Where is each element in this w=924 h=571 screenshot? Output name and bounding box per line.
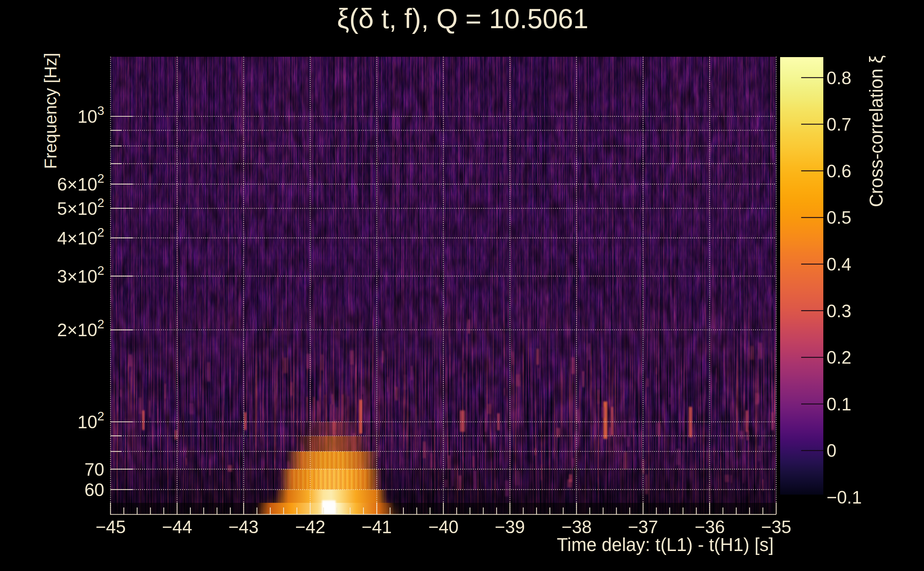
svg-text:Cross-correlation ξ: Cross-correlation ξ xyxy=(866,55,887,207)
svg-text:−42: −42 xyxy=(295,517,326,537)
svg-text:−41: −41 xyxy=(362,517,392,537)
svg-text:0.7: 0.7 xyxy=(827,114,851,134)
svg-text:0.4: 0.4 xyxy=(827,255,851,275)
svg-text:Frequency [Hz]: Frequency [Hz] xyxy=(41,53,60,169)
svg-text:4×102: 4×102 xyxy=(57,225,104,248)
svg-text:−40: −40 xyxy=(428,517,459,537)
svg-text:0.6: 0.6 xyxy=(827,161,851,181)
svg-text:−37: −37 xyxy=(628,517,658,537)
svg-text:−0.1: −0.1 xyxy=(827,488,862,508)
svg-text:ξ(δ t, f), Q = 10.5061: ξ(δ t, f), Q = 10.5061 xyxy=(337,3,589,34)
svg-text:−36: −36 xyxy=(695,517,725,537)
svg-text:−38: −38 xyxy=(562,517,592,537)
svg-text:60: 60 xyxy=(84,480,104,500)
svg-text:70: 70 xyxy=(84,460,104,480)
svg-text:6×102: 6×102 xyxy=(57,171,104,194)
svg-text:−44: −44 xyxy=(162,517,192,537)
svg-text:0.3: 0.3 xyxy=(827,301,851,321)
svg-text:−45: −45 xyxy=(96,517,126,537)
svg-text:−43: −43 xyxy=(229,517,259,537)
svg-text:2×102: 2×102 xyxy=(57,317,104,340)
svg-text:0: 0 xyxy=(827,441,836,461)
svg-text:0.5: 0.5 xyxy=(827,208,851,228)
svg-text:0.1: 0.1 xyxy=(827,394,851,414)
svg-text:5×102: 5×102 xyxy=(57,196,104,219)
svg-text:−39: −39 xyxy=(495,517,525,537)
svg-text:Time delay: t(L1) - t(H1) [s]: Time delay: t(L1) - t(H1) [s] xyxy=(557,535,774,555)
svg-text:3×102: 3×102 xyxy=(57,263,104,287)
svg-text:0.2: 0.2 xyxy=(827,347,851,367)
svg-text:0.8: 0.8 xyxy=(827,68,851,88)
svg-text:−35: −35 xyxy=(761,517,791,537)
